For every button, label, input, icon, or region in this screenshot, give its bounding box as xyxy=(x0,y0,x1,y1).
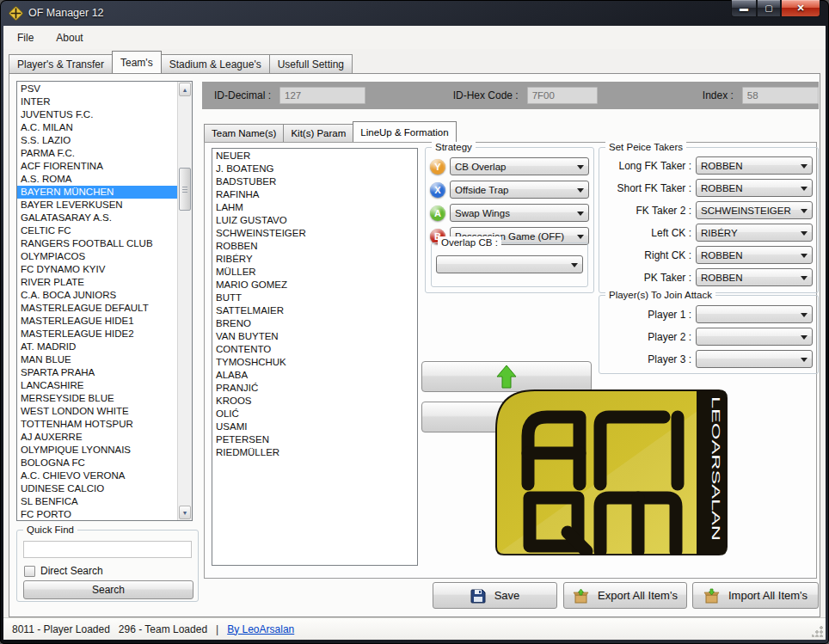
team-list-item[interactable]: FC PORTO xyxy=(17,508,177,521)
strategy-dropdown[interactable]: CB Overlap xyxy=(450,157,589,175)
team-list-item[interactable]: RIVER PLATE xyxy=(17,276,177,289)
player-list-item[interactable]: RAFINHA xyxy=(212,188,417,201)
player-list-item[interactable]: BRENO xyxy=(212,317,417,330)
team-list-item[interactable]: C.A. BOCA JUNIORS xyxy=(17,289,177,302)
team-list-item[interactable]: A.C. MILAN xyxy=(17,121,177,134)
team-list-item[interactable]: UDINESE CALCIO xyxy=(17,482,177,495)
team-listbox[interactable]: PSVINTERJUVENTUS F.C.A.C. MILANS.S. LAZI… xyxy=(16,81,193,521)
team-list-item[interactable]: A.C. CHIEVO VERONA xyxy=(17,469,177,482)
team-list-item[interactable]: S.S. LAZIO xyxy=(17,134,177,147)
move-up-button[interactable] xyxy=(421,361,592,392)
player-list-item[interactable]: TYMOSHCHUK xyxy=(212,356,417,369)
main-tab[interactable]: Usefull Setting xyxy=(269,54,353,73)
team-list-item[interactable]: LANCASHIRE xyxy=(17,379,177,392)
set-piece-dropdown[interactable]: RIBÉRY xyxy=(696,224,813,242)
detail-tab[interactable]: LineUp & Formation xyxy=(353,121,456,142)
join-attack-dropdown[interactable] xyxy=(696,350,813,368)
credit-link[interactable]: By LeoArsalan xyxy=(227,623,294,635)
set-piece-dropdown[interactable]: ROBBEN xyxy=(696,246,813,264)
team-list-item[interactable]: BAYERN MÜNCHEN xyxy=(17,186,177,199)
player-list-item[interactable]: BADSTUBER xyxy=(212,175,417,188)
menu-item[interactable]: File xyxy=(9,28,42,48)
team-list-item[interactable]: PARMA F.C. xyxy=(17,147,177,160)
team-list-item[interactable]: INTER xyxy=(17,95,177,108)
player-list-item[interactable]: SCHWEINSTEIGER xyxy=(212,227,417,240)
overlap-cb-dropdown[interactable] xyxy=(436,255,583,273)
join-attack-dropdown[interactable] xyxy=(696,305,813,323)
maximize-button[interactable]: ▢ xyxy=(757,0,781,17)
player-list-item[interactable]: OLIĆ xyxy=(212,408,417,420)
team-list-item[interactable]: SPARTA PRAHA xyxy=(17,366,177,379)
join-attack-dropdown[interactable] xyxy=(696,328,813,346)
player-list-item[interactable]: RIEDMÜLLER xyxy=(212,446,417,459)
team-list-item[interactable]: OLYMPIACOS xyxy=(17,250,177,263)
player-list-item[interactable]: J. BOATENG xyxy=(212,163,417,175)
team-list-item[interactable]: AJ AUXERRE xyxy=(17,431,177,444)
close-button[interactable]: ✕ xyxy=(781,0,820,17)
team-list-item[interactable]: PSV xyxy=(17,83,177,95)
player-list-item[interactable]: BUTT xyxy=(212,291,417,304)
scrollbar-thumb[interactable] xyxy=(179,168,191,211)
search-button[interactable]: Search xyxy=(23,580,193,599)
player-list-item[interactable]: PRANJIĆ xyxy=(212,382,417,395)
team-list-item[interactable]: OLYMPIQUE LYONNAIS xyxy=(17,444,177,457)
detail-tab[interactable]: Team Name(s) xyxy=(204,124,284,142)
team-list-item[interactable]: FC DYNAMO KYIV xyxy=(17,263,177,276)
direct-search-checkbox[interactable] xyxy=(24,566,35,577)
main-tab[interactable]: Team's xyxy=(112,51,162,73)
player-list-item[interactable]: MÜLLER xyxy=(212,266,417,279)
set-piece-dropdown[interactable]: ROBBEN xyxy=(696,268,813,286)
player-list-item[interactable]: MARIO GOMEZ xyxy=(212,279,417,291)
team-list-item[interactable]: GALATASARAY A.S. xyxy=(17,212,177,224)
team-list-item[interactable]: AT. MADRID xyxy=(17,340,177,353)
player-list-item[interactable]: NEUER xyxy=(212,150,417,163)
save-button[interactable]: Save xyxy=(433,582,557,609)
player-list-item[interactable]: PETERSEN xyxy=(212,433,417,446)
team-list-item[interactable]: MERSEYSIDE BLUE xyxy=(17,392,177,405)
team-list-item[interactable]: TOTTENHAM HOTSPUR xyxy=(17,418,177,431)
player-list-item[interactable]: SATTELMAIER xyxy=(212,304,417,317)
player-list-item[interactable]: KROOS xyxy=(212,395,417,408)
team-list-item[interactable]: SL BENFICA xyxy=(17,495,177,508)
player-list-item[interactable]: VAN BUYTEN xyxy=(212,330,417,343)
scroll-down-icon[interactable]: ▼ xyxy=(179,506,191,519)
quick-find-input[interactable] xyxy=(23,541,192,558)
player-list-item[interactable]: RIBÉRY xyxy=(212,253,417,266)
player-list-item[interactable]: USAMI xyxy=(212,420,417,433)
team-list-item[interactable]: WEST LONDON WHITE xyxy=(17,405,177,418)
team-list-item[interactable]: A.S. ROMA xyxy=(17,173,177,186)
detail-tab[interactable]: Kit(s) Param xyxy=(283,124,353,142)
player-list-item[interactable]: LUIZ GUSTAVO xyxy=(212,214,417,227)
minimize-button[interactable]: ▬ xyxy=(731,0,757,17)
main-tab[interactable]: Stadium & League's xyxy=(161,54,270,73)
direct-search-row: Direct Search xyxy=(24,565,103,577)
set-piece-dropdown[interactable]: ROBBEN xyxy=(696,156,813,175)
menu-item[interactable]: About xyxy=(47,28,91,48)
player-list-item[interactable]: ALABA xyxy=(212,369,417,382)
team-list-item[interactable]: MASTERLEAGUE DEFAULT xyxy=(17,302,177,315)
import-all-button[interactable]: Import All Item's xyxy=(692,582,819,609)
team-list-item[interactable]: ACF FIORENTINA xyxy=(17,160,177,173)
team-list-item[interactable]: CELTIC FC xyxy=(17,224,177,237)
player-list-item[interactable]: ROBBEN xyxy=(212,240,417,253)
export-all-button[interactable]: Export All Item's xyxy=(563,582,687,609)
main-tab[interactable]: Player's & Transfer xyxy=(9,54,113,73)
strategy-dropdown[interactable]: Swap Wings xyxy=(450,204,589,222)
team-list-scrollbar[interactable]: ▲ ▼ xyxy=(177,82,192,520)
team-list-item[interactable]: BAYER LEVERKUSEN xyxy=(17,199,177,212)
set-piece-dropdown[interactable]: ROBBEN xyxy=(696,179,813,197)
strategy-dropdown[interactable]: Offside Trap xyxy=(450,181,589,199)
player-list-item[interactable]: LAHM xyxy=(212,201,417,214)
team-list-item[interactable]: JUVENTUS F.C. xyxy=(17,108,177,121)
team-list-item[interactable]: RANGERS FOOTBALL CLUB xyxy=(17,237,177,250)
player-listbox[interactable]: NEUERJ. BOATENGBADSTUBERRAFINHALAHMLUIZ … xyxy=(212,148,418,566)
team-list-item[interactable]: MAN BLUE xyxy=(17,353,177,366)
team-list-item[interactable]: MASTERLEAGUE HIDE2 xyxy=(17,328,177,340)
title-bar[interactable]: OF Manager 12 ▬ ▢ ✕ xyxy=(0,0,829,26)
player-list-item[interactable]: CONTENTO xyxy=(212,343,417,356)
team-list-item[interactable]: MASTERLEAGUE HIDE1 xyxy=(17,315,177,328)
team-list-item[interactable]: BOLOGNA FC xyxy=(17,457,177,469)
scroll-up-icon[interactable]: ▲ xyxy=(179,83,191,96)
set-piece-dropdown[interactable]: SCHWEINSTEIGER xyxy=(696,201,813,219)
resize-grip[interactable] xyxy=(812,626,823,637)
